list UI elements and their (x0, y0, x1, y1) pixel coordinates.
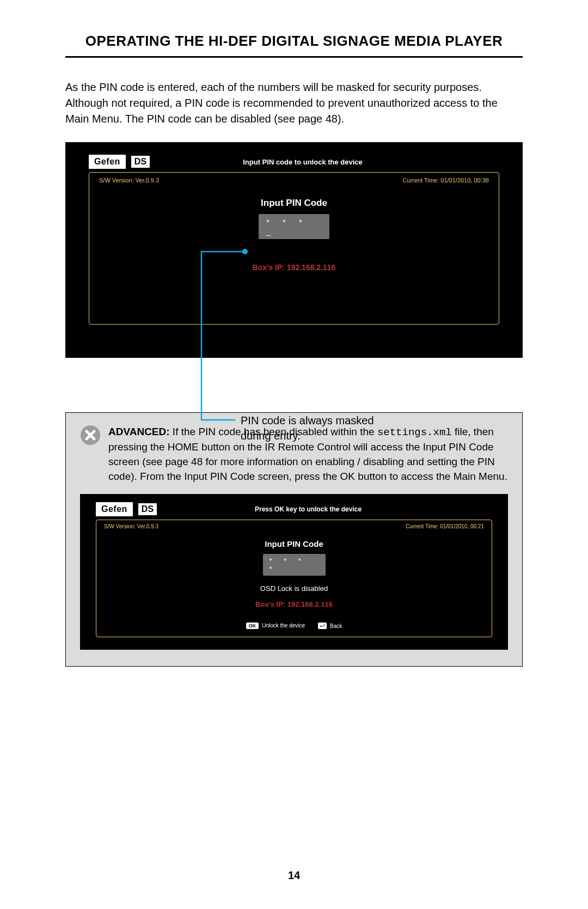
header-message: Input PIN code to unlock the device (106, 158, 499, 166)
pin-input[interactable]: * * * _ (259, 214, 329, 239)
footer-ok[interactable]: OKUnlock the device (246, 623, 305, 629)
current-time-2: Current Time: 01/01/2010, 00:21 (406, 523, 484, 529)
intro-paragraph: As the PIN code is entered, each of the … (65, 80, 523, 127)
osd-text: OSD Lock is disabled (104, 584, 484, 593)
logo-row: Gefen DS Input PIN code to unlock the de… (89, 155, 499, 169)
screenshot2: Gefen DS Press OK key to unlock the devi… (80, 494, 508, 650)
header-message-2: Press OK key to unlock the device (124, 505, 492, 513)
back-key-label: Back (330, 623, 342, 629)
screenshot1-wrap: Gefen DS Input PIN code to unlock the de… (65, 142, 523, 358)
inner-frame: S/W Version: Ver.0.9.3 Current Time: 01/… (89, 172, 499, 325)
ip-text-2: Box's IP: 192.168.2.116 (104, 600, 484, 608)
pin-title-2: Input PIN Code (104, 539, 484, 548)
advanced-icon (80, 425, 101, 446)
advanced-label: ADVANCED: (108, 426, 170, 437)
callout-label: PIN code is always masked during entry. (241, 413, 404, 443)
sw-version: S/W Version: Ver.0.9.3 (99, 177, 159, 184)
ip-text: Box's IP: 192.168.2.116 (99, 263, 489, 272)
frame-top: S/W Version: Ver.0.9.3 Current Time: 01/… (99, 177, 489, 184)
ok-key-label: Unlock the device (262, 623, 305, 629)
screenshot1: Gefen DS Input PIN code to unlock the de… (65, 142, 523, 358)
pin-title: Input PIN Code (99, 198, 489, 209)
page-title: OPERATING THE HI-DEF DIGITAL SIGNAGE MED… (65, 33, 523, 58)
logo-row-2: Gefen DS Press OK key to unlock the devi… (96, 502, 492, 516)
advanced-box: ADVANCED: If the PIN code has been disab… (65, 412, 523, 667)
sw-version-2: S/W Version: Ver.0.9.3 (104, 523, 158, 529)
pin-input-2[interactable]: * * * * (263, 554, 326, 576)
back-key-icon: ⮐ (318, 623, 327, 629)
inner-frame-2: S/W Version: Ver.0.9.3 Current Time: 01/… (96, 520, 492, 637)
frame-top-2: S/W Version: Ver.0.9.3 Current Time: 01/… (104, 523, 484, 529)
footer-back[interactable]: ⮐Back (318, 623, 342, 629)
current-time: Current Time: 01/01/2010, 00:38 (403, 177, 489, 184)
ok-key-icon: OK (246, 623, 259, 629)
page-number: 14 (0, 869, 588, 882)
footer-row: OKUnlock the device ⮐Back (104, 623, 484, 629)
